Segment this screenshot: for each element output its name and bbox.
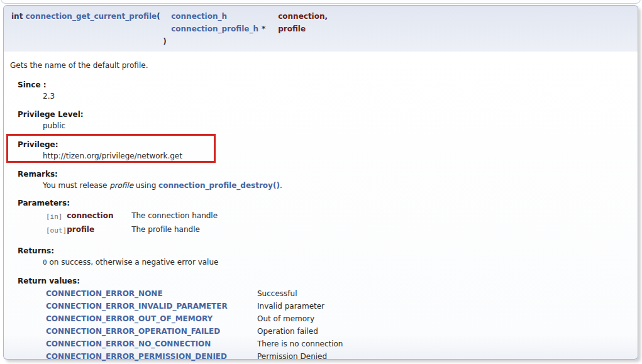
parameter-row: [out] profile The profile handle [46,223,218,237]
param-name: profile [67,223,131,237]
error-code-link[interactable]: CONNECTION_ERROR_OUT_OF_MEMORY [46,314,213,323]
remarks-emphasis: profile [109,181,133,190]
function-name-link[interactable]: connection_get_current_profile [26,12,157,21]
param-name: profile [278,23,328,35]
returns-label: Returns: [18,246,631,256]
param-type-cell: connection_profile_h* [171,23,278,35]
returns-description: on success, otherwise a negative error v… [47,258,219,267]
return-value-row: CONNECTION_ERROR_NO_CONNECTION There is … [46,338,343,350]
error-description: Out of memory [257,312,343,325]
privilege-section-wrap: Privilege: http://tizen.org/privilege/ne… [10,140,631,161]
param-name: connection [67,209,131,223]
section-returns: Returns: 0 on success, otherwise a negat… [18,246,631,268]
error-description: Successful [257,287,343,300]
error-code-link[interactable]: CONNECTION_ERROR_INVALID_PARAMETER [46,302,228,311]
privilege-label: Privilege: [18,140,631,150]
remarks-suffix: . [280,181,282,190]
parameters-content: [in] connection The connection handle [o… [43,209,631,237]
remarks-prefix: You must release [43,181,109,190]
section-return-values: Return values: CONNECTION_ERROR_NONE Suc… [18,276,631,363]
error-description: Invalid parameter [257,300,343,312]
parameters-table: [in] connection The connection handle [o… [46,209,218,237]
remarks-label: Remarks: [18,169,631,179]
error-code-link[interactable]: CONNECTION_ERROR_NONE [46,289,163,298]
section-privilege: Privilege: http://tizen.org/privilege/ne… [18,140,631,161]
error-description: Permission Denied [257,350,343,363]
open-paren: ( [157,10,171,23]
return-values-label: Return values: [18,276,631,286]
error-description: There is no connection [257,338,343,350]
param-direction: [out] [46,223,67,237]
error-code-link[interactable]: CONNECTION_ERROR_OPERATION_FAILED [46,327,220,336]
privilege-value: http://tizen.org/privilege/network.get [43,151,631,161]
parameters-label: Parameters: [18,198,631,208]
prototype-table: int connection_get_current_profile ( con… [11,10,328,48]
param-type-link[interactable]: connection_h [171,12,227,21]
prototype-row-2: connection_profile_h* profile [11,23,328,35]
return-value-row: CONNECTION_ERROR_NONE Successful [46,287,343,300]
pointer-star: * [262,25,265,33]
param-description: The connection handle [131,209,218,223]
function-doc-block: int connection_get_current_profile ( con… [3,5,638,360]
section-privilege-level: Privilege Level: public [18,109,631,131]
function-name-cell: int connection_get_current_profile [11,10,157,23]
error-code-link[interactable]: CONNECTION_ERROR_NO_CONNECTION [46,339,211,348]
section-remarks: Remarks: You must release profile using … [18,169,631,190]
since-label: Since : [18,80,631,90]
return-values-table: CONNECTION_ERROR_NONE Successful CONNECT… [46,287,343,363]
close-paren: ) [157,36,166,47]
return-type: int [11,12,26,21]
function-description: Gets the name of the default profile. [10,60,631,70]
return-value-row: CONNECTION_ERROR_INVALID_PARAMETER Inval… [46,300,343,312]
return-value-row: CONNECTION_ERROR_OUT_OF_MEMORY Out of me… [46,312,343,325]
prototype-row-3: ) [11,35,328,48]
prototype-row-1: int connection_get_current_profile ( con… [11,10,328,23]
section-since: Since : 2.3 [18,80,631,101]
returns-text: 0 on success, otherwise a negative error… [43,257,631,268]
return-value-row: CONNECTION_ERROR_OPERATION_FAILED Operat… [46,325,343,338]
return-value-row: CONNECTION_ERROR_PERMISSION_DENIED Permi… [46,350,343,363]
since-value: 2.3 [43,91,631,101]
privilege-level-label: Privilege Level: [18,109,631,119]
param-type-link[interactable]: connection_profile_h [171,25,258,33]
return-values-content: CONNECTION_ERROR_NONE Successful CONNECT… [43,287,631,363]
param-name: connection, [278,10,328,23]
privilege-level-value: public [43,121,631,131]
function-doc-body: Gets the name of the default profile. Si… [3,52,638,360]
parameter-row: [in] connection The connection handle [46,209,218,223]
param-type-cell: connection_h [171,10,278,23]
section-parameters: Parameters: [in] connection The connecti… [18,198,631,237]
param-description: The profile handle [131,223,218,237]
param-direction: [in] [46,209,67,223]
remarks-text: You must release profile using connectio… [43,180,631,190]
previous-section-bottom-edge [1,0,641,4]
error-description: Operation failed [257,325,343,338]
error-code-link[interactable]: CONNECTION_ERROR_PERMISSION_DENIED [46,352,227,361]
destroy-function-link[interactable]: connection_profile_destroy() [158,181,280,190]
function-prototype-box: int connection_get_current_profile ( con… [3,5,638,52]
remarks-middle: using [133,181,158,190]
returns-code: 0 [43,258,47,267]
